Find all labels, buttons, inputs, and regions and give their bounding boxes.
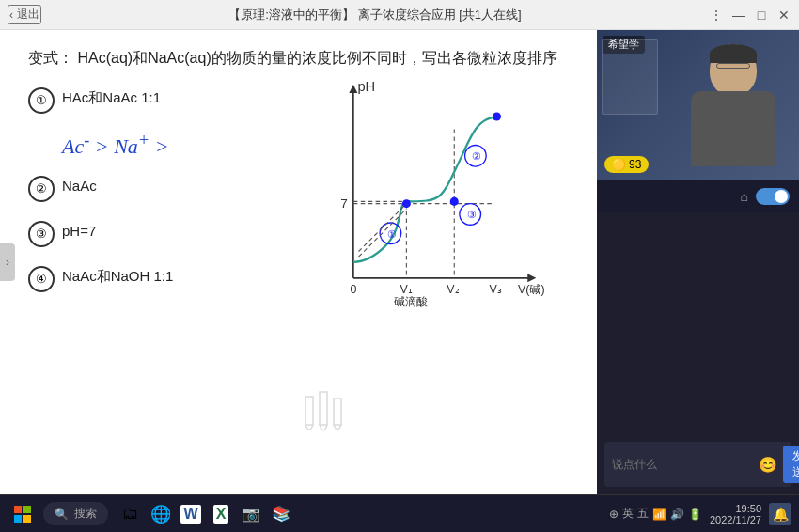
lesson-area: › 变式： HAc(aq)和NaAc(aq)的物质的量的浓度比例不同时，写出各微… [0,30,597,494]
teacher-avatar [677,39,790,171]
svg-rect-31 [24,506,31,513]
svg-text:pH: pH [357,79,375,94]
bg-whiteboard [602,39,658,115]
controls-bar: ⌂ [597,180,799,212]
svg-rect-33 [24,515,31,523]
taskbar-search[interactable]: 🔍 搜索 [43,502,108,525]
teacher-hair [710,44,757,63]
taskbar: 🔍 搜索 🗂 🌐 W X 📷 📚 [0,494,799,532]
search-icon: 🔍 [55,508,69,521]
svg-text:V₂: V₂ [446,283,459,296]
svg-point-12 [493,112,501,120]
toggle-switch[interactable] [756,188,790,205]
list-item: ② NaAc [28,174,310,202]
svg-rect-27 [306,397,313,425]
item-number-2: ② [28,176,55,202]
back-button[interactable]: ‹ 退出 [8,5,41,24]
maximize-button[interactable]: □ [754,8,769,23]
close-button[interactable]: ✕ [776,8,791,23]
taskbar-apps: 🗂 🌐 W X 📷 📚 [118,501,294,527]
lab-decoration [296,387,371,447]
handwritten-annotation-1: Ac- > Na+ > [62,131,310,159]
start-button[interactable] [8,499,38,529]
app-window: ‹ 退出 【原理:溶液中的平衡】 离子浓度综合应用 [共1人在线] ⋮ — □ … [0,0,799,532]
chat-input[interactable] [612,458,753,471]
title-bar-controls: ⋮ — □ ✕ [709,8,791,23]
send-button[interactable]: 发送 [783,446,799,483]
taskbar-app-edge[interactable]: 🌐 [148,501,174,527]
taskbar-app-files[interactable]: 🗂 [118,501,144,527]
taskbar-time-value: 19:50 [710,503,761,514]
back-label: 退出 [17,7,39,23]
ph-chart-svg: pH V(碱) [310,76,545,321]
taskbar-app-study[interactable]: 📚 [268,501,294,527]
chevron-right-icon: › [6,256,9,269]
chat-area: 😊 发送 [597,212,799,494]
taskbar-wifi-icon[interactable]: 📶 [652,508,666,521]
svg-rect-32 [14,515,22,523]
svg-text:0: 0 [350,283,356,296]
svg-rect-29 [334,399,341,425]
taskbar-app-camera[interactable]: 📷 [238,501,264,527]
home-icon[interactable]: ⌂ [741,189,748,204]
item-number-1: ① [28,87,55,114]
taskbar-clock: 19:50 2022/11/27 [710,503,761,525]
back-arrow-icon: ‹ [9,8,13,22]
item-text-4: NaAc和NaOH 1:1 [62,264,173,286]
svg-text:V(碱): V(碱) [518,283,545,296]
notification-icon: 🔔 [773,507,789,522]
ph-chart: pH V(碱) [310,76,545,321]
webcam-feed: 希望学 🟡 93 [597,30,799,180]
badge-count: 93 [629,158,641,171]
taskbar-date-value: 2022/11/27 [710,514,761,525]
svg-text:V₁: V₁ [400,283,413,296]
svg-text:碱滴酸: 碱滴酸 [394,295,428,308]
window-title: 【原理:溶液中的平衡】 离子浓度综合应用 [共1人在线] [41,7,709,23]
taskbar-network-icon[interactable]: ⊕ [609,508,619,521]
taskbar-right: ⊕ 英 五 📶 🔊 🔋 19:50 2022/11/27 🔔 [609,503,791,525]
chat-input-row: 😊 发送 [604,442,791,487]
items-container: ① HAc和NaAc 1:1 Ac- > Na+ > ② NaAc [28,86,569,321]
svg-point-13 [450,197,459,206]
toggle-knob [775,190,788,203]
taskbar-app-excel[interactable]: X [208,501,234,527]
svg-text:7: 7 [340,196,348,211]
item-number-4: ④ [28,266,55,292]
list-item: ④ NaAc和NaOH 1:1 [28,264,310,292]
taskbar-battery-icon: 🔋 [688,508,702,521]
title-bar: ‹ 退出 【原理:溶液中的平衡】 离子浓度综合应用 [共1人在线] ⋮ — □ … [0,0,799,30]
taskbar-lang-label[interactable]: 英 [622,506,634,522]
webcam-panel: 希望学 🟡 93 ⌂ [597,30,799,494]
taskbar-app-word[interactable]: W [178,501,204,527]
svg-text:③: ③ [467,209,477,220]
item-number-3: ③ [28,221,55,247]
list-item: ① HAc和NaAc 1:1 [28,86,310,114]
lesson-title: 变式： HAc(aq)和NaAc(aq)的物质的量的浓度比例不同时，写出各微粒浓… [28,49,569,69]
search-label: 搜索 [74,506,97,522]
svg-text:V₃: V₃ [490,283,502,296]
svg-text:②: ② [472,150,481,162]
taskbar-volume-icon[interactable]: 🔊 [670,508,684,521]
minimize-button[interactable]: — [731,8,746,23]
list-item: ③ pH=7 [28,219,310,247]
viewer-count-badge: 🟡 93 [604,156,649,173]
teacher-glasses [716,63,750,69]
taskbar-system-icons: ⊕ 英 五 📶 🔊 🔋 [609,506,702,522]
item-text-2: NaAc [62,174,97,194]
more-options-button[interactable]: ⋮ [709,8,724,23]
svg-rect-28 [320,392,327,425]
item-text-3: pH=7 [62,219,96,239]
svg-text:①: ① [387,228,397,240]
whiteboard: 变式： HAc(aq)和NaAc(aq)的物质的量的浓度比例不同时，写出各微粒浓… [0,30,597,494]
emoji-button[interactable]: 😊 [759,456,777,474]
teacher-body [691,91,776,166]
main-content: › 变式： HAc(aq)和NaAc(aq)的物质的量的浓度比例不同时，写出各微… [0,30,799,494]
title-bar-left: ‹ 退出 [8,5,41,24]
svg-marker-2 [349,85,357,93]
left-items: ① HAc和NaAc 1:1 Ac- > Na+ > ② NaAc [28,86,310,321]
item-text-1: HAc和NaAc 1:1 [62,86,161,107]
side-panel-toggle[interactable]: › [0,243,15,281]
svg-rect-30 [14,506,22,513]
notification-button[interactable]: 🔔 [769,503,791,525]
taskbar-day-label: 五 [637,506,649,522]
